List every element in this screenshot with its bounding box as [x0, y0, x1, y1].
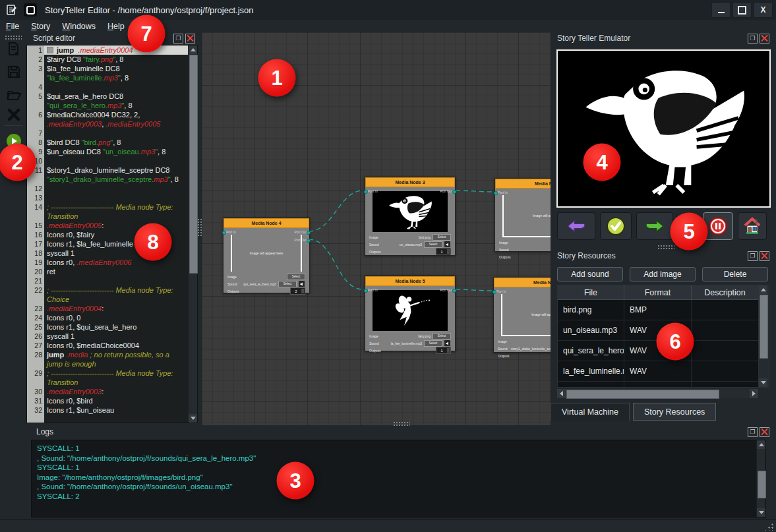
sound-select-button[interactable]: Select	[424, 241, 442, 248]
line-number: 4	[27, 82, 44, 92]
port-in[interactable]	[364, 190, 368, 194]
close-panel-icon[interactable]: ❌	[760, 251, 769, 261]
port-in[interactable]	[494, 191, 498, 195]
title-bar[interactable]: StoryTeller Editor - /home/anthony/ostpr…	[0, 0, 776, 20]
scroll-up-arrow[interactable]	[757, 440, 765, 449]
float-panel-icon[interactable]: ❐	[173, 34, 183, 44]
outputs-spinner[interactable]: 1	[436, 248, 451, 255]
sound-value: un_oiseau.mp3	[382, 243, 422, 247]
emulator-splitter-handle[interactable]	[657, 245, 674, 250]
speaker-icon[interactable]	[444, 241, 451, 248]
resize-grip[interactable]	[764, 523, 773, 531]
menu-bar: FileStoryWindowsHelp	[0, 20, 776, 32]
home-button[interactable]	[738, 212, 767, 240]
toolbar-new-script-button[interactable]	[5, 40, 22, 57]
scroll-up-arrow[interactable]	[759, 285, 767, 294]
close-panel-icon[interactable]: ❌	[760, 427, 769, 437]
confirm-button[interactable]	[600, 212, 632, 240]
line-number: 31	[27, 396, 44, 405]
image-select-button[interactable]: Select	[433, 333, 451, 340]
column-header[interactable]: Format	[624, 285, 692, 299]
scroll-down-arrow[interactable]	[757, 508, 765, 517]
image-select-button[interactable]: Select	[287, 274, 305, 280]
port-in[interactable]	[364, 289, 368, 293]
script-line: 10	[27, 156, 188, 165]
table-cell	[692, 382, 759, 388]
table-cell: BMP	[624, 382, 692, 388]
scrollbar-thumb[interactable]	[189, 55, 198, 274]
delete-button[interactable]: Delete	[702, 267, 768, 281]
close-panel-icon[interactable]: ❌	[760, 34, 769, 44]
emulator-header: Story Teller Emulator ❐ ❌	[557, 32, 769, 44]
maximize-button[interactable]	[732, 2, 752, 18]
logs-scrollbar[interactable]	[756, 440, 765, 517]
resources-table-scrollbar[interactable]	[758, 285, 769, 388]
script-editor[interactable]: 1jump .mediaEntry00042$fairy DC8 "fairy.…	[26, 45, 198, 423]
scrollbar-thumb[interactable]	[758, 471, 766, 498]
scroll-down-arrow[interactable]	[189, 414, 197, 423]
menu-item-story[interactable]: Story	[25, 21, 56, 32]
column-header[interactable]: File	[558, 285, 624, 299]
port-out[interactable]	[307, 239, 311, 243]
media-node[interactable]: Media Node 6Port InImage will appear her…	[493, 277, 551, 353]
float-panel-icon[interactable]: ❐	[748, 251, 758, 261]
port-out[interactable]	[452, 289, 456, 293]
tab-story-resources[interactable]: Story Resources	[633, 403, 716, 421]
media-node[interactable]: Media Node 4Port InPort OutPort OutImage…	[223, 218, 310, 293]
media-node[interactable]: Media Node 2Port InImage will appear her…	[494, 178, 551, 252]
right-splitter-handle[interactable]	[546, 218, 551, 237]
image-select-button[interactable]: Select	[433, 234, 451, 241]
scroll-up-arrow[interactable]	[189, 45, 197, 54]
outputs-spinner[interactable]: 1	[436, 347, 451, 354]
script-editor-scrollbar[interactable]	[188, 45, 197, 423]
resource-row[interactable]: la_fee_luminelle.mp3WAV	[558, 361, 759, 382]
minimize-button[interactable]	[711, 2, 731, 18]
annotation-marker-3: 3	[277, 462, 314, 500]
toolbar-save-button[interactable]	[5, 63, 22, 80]
scrollbar-thumb[interactable]	[566, 390, 719, 399]
line-number: 24	[27, 313, 44, 322]
menu-item-help[interactable]: Help	[102, 21, 131, 32]
port-in-label: Port In	[226, 230, 236, 234]
menu-item-file[interactable]: File	[0, 21, 25, 32]
outputs-spinner[interactable]: 2	[290, 287, 305, 295]
add-sound-button[interactable]: Add sound	[557, 267, 623, 281]
menu-item-windows[interactable]: Windows	[56, 21, 102, 32]
toolbar-cut-button[interactable]	[5, 105, 22, 123]
annotation-marker-5: 5	[671, 213, 708, 251]
port-out[interactable]	[307, 231, 311, 235]
add-image-button[interactable]: Add image	[630, 267, 696, 281]
outputs-label: Outputs	[499, 255, 512, 259]
scroll-right-arrow[interactable]	[750, 389, 758, 398]
sound-select-button[interactable]: Select	[424, 340, 442, 347]
back-button[interactable]	[557, 212, 595, 240]
node-graph-canvas[interactable]: Media Node 4Port InPort OutPort OutImage…	[202, 32, 551, 425]
pause-button[interactable]	[703, 212, 733, 240]
speaker-icon[interactable]	[444, 340, 451, 347]
toolbar-open-button[interactable]	[5, 86, 22, 103]
float-panel-icon[interactable]: ❐	[748, 34, 758, 44]
port-out[interactable]	[452, 190, 456, 194]
forward-button[interactable]	[636, 212, 673, 240]
sound-select-button[interactable]: Select	[278, 281, 297, 287]
resources-hscrollbar[interactable]	[557, 389, 758, 398]
close-panel-icon[interactable]: ❌	[185, 34, 195, 44]
column-header[interactable]: Description	[692, 285, 759, 299]
media-node[interactable]: Media Node 3Port InPort OutImagebird.png…	[365, 177, 456, 256]
close-button[interactable]: X	[754, 2, 773, 18]
port-in-label: Port In	[368, 288, 378, 292]
tab-virtual-machine[interactable]: Virtual Machine	[551, 403, 630, 421]
script-line: 27Icons r0, $mediaChoice0004	[27, 341, 188, 350]
left-splitter-handle[interactable]	[197, 218, 202, 237]
line-number: 25	[27, 322, 44, 332]
speaker-icon[interactable]	[298, 280, 305, 287]
port-in[interactable]	[492, 290, 496, 294]
scroll-down-arrow[interactable]	[759, 378, 767, 387]
media-node[interactable]: Media Node 5Port InPort OutImagefairy.pn…	[365, 276, 456, 351]
scroll-left-arrow[interactable]	[557, 389, 566, 398]
resource-row[interactable]: fairy.pngBMP	[558, 382, 759, 388]
float-panel-icon[interactable]: ❐	[748, 427, 758, 437]
scrollbar-thumb[interactable]	[760, 295, 768, 359]
port-in[interactable]	[222, 231, 226, 235]
resource-row[interactable]: bird.pngBMP	[558, 300, 759, 320]
